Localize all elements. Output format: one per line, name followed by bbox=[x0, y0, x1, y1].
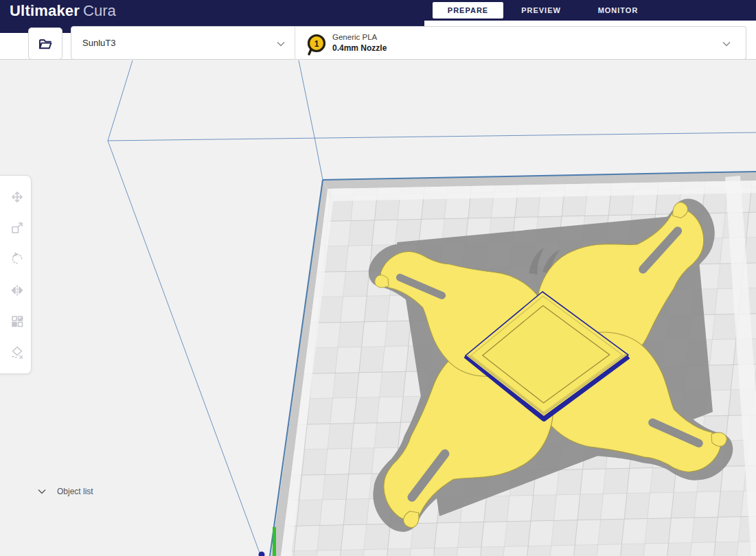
move-icon bbox=[10, 190, 24, 204]
support-blocker-button[interactable] bbox=[3, 340, 31, 364]
object-list-toggle[interactable]: Object list bbox=[38, 485, 93, 498]
nozzle-size: 0.4mm Nozzle bbox=[332, 43, 387, 53]
material-configuration-selector[interactable]: 1 Generic PLA 0.4mm Nozzle bbox=[295, 26, 746, 60]
app-logo-light: Cura bbox=[83, 2, 116, 19]
material-name: Generic PLA bbox=[332, 33, 377, 41]
rotate-icon bbox=[10, 252, 24, 266]
chevron-down-icon bbox=[277, 41, 285, 47]
app-logo-bold: Ultimaker bbox=[10, 2, 80, 19]
tab-prepare[interactable]: PREPARE bbox=[433, 2, 503, 19]
open-file-button[interactable] bbox=[28, 27, 62, 60]
object-list-label: Object list bbox=[57, 487, 93, 496]
printer-selector[interactable]: SunluT3 bbox=[71, 26, 295, 60]
rotate-tool-button[interactable] bbox=[3, 246, 31, 271]
z-axis-indicator bbox=[273, 527, 276, 556]
tool-panel bbox=[0, 175, 32, 374]
per-model-settings-button[interactable] bbox=[3, 309, 31, 334]
per-model-settings-icon bbox=[10, 314, 24, 328]
move-tool-button[interactable] bbox=[3, 185, 31, 209]
scale-tool-button[interactable] bbox=[3, 216, 31, 240]
mirror-icon bbox=[10, 283, 24, 297]
scene-3d bbox=[0, 59, 756, 556]
tab-preview[interactable]: PREVIEW bbox=[515, 2, 567, 19]
printer-name: SunluT3 bbox=[82, 38, 115, 48]
chevron-down-icon bbox=[722, 41, 731, 47]
scale-icon bbox=[10, 221, 24, 235]
extruder-number: 1 bbox=[314, 39, 319, 49]
support-blocker-icon bbox=[10, 345, 24, 359]
viewport-3d[interactable] bbox=[0, 59, 756, 556]
chevron-down-icon bbox=[38, 489, 46, 494]
app-logo: UltimakerCura bbox=[10, 0, 116, 21]
mirror-tool-button[interactable] bbox=[3, 278, 31, 303]
extruder-1-icon: 1 bbox=[305, 32, 328, 56]
folder-icon bbox=[37, 36, 54, 52]
tab-monitor[interactable]: MONITOR bbox=[592, 2, 644, 19]
